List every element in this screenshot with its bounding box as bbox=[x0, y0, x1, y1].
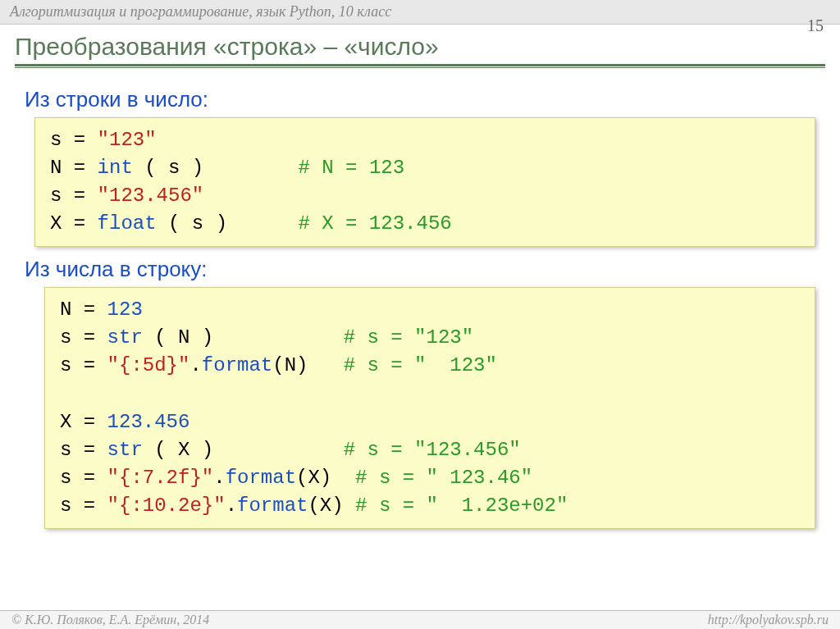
slide-title: Преобразования «строка» – «число» bbox=[15, 33, 825, 61]
code-text: . bbox=[213, 467, 225, 489]
code-func: float bbox=[98, 212, 157, 235]
code-text: ( N ) bbox=[143, 326, 344, 349]
code-func: int bbox=[98, 157, 133, 179]
code-text: ( X ) bbox=[143, 439, 344, 461]
header-bar: Алгоритмизация и программирование, язык … bbox=[0, 0, 840, 25]
code-comment: # X = 123.456 bbox=[298, 212, 451, 235]
code-text: ( s ) bbox=[133, 157, 299, 179]
code-comment: # s = "123.456" bbox=[344, 439, 521, 461]
code-text: . bbox=[226, 495, 237, 517]
code-text: (X) bbox=[308, 495, 355, 517]
code-comment: # s = "123" bbox=[344, 326, 473, 349]
code-text: s = bbox=[60, 326, 107, 349]
code-func: format bbox=[226, 467, 296, 489]
code-text: s = bbox=[50, 185, 98, 207]
title-area: Преобразования «строка» – «число» bbox=[0, 25, 840, 74]
footer-right: http://kpolyakov.spb.ru bbox=[708, 613, 829, 627]
code-func: str bbox=[107, 439, 143, 461]
code-comment: # N = 123 bbox=[298, 157, 404, 179]
code-text: s = bbox=[60, 354, 107, 376]
code-text: s = bbox=[60, 467, 107, 489]
page-number: 15 bbox=[807, 16, 824, 35]
code-string: "{:10.2e}" bbox=[107, 495, 226, 517]
code-text: N = bbox=[50, 157, 98, 179]
code-text: X = bbox=[60, 411, 107, 433]
code-comment: # s = " 123" bbox=[344, 354, 497, 376]
code-func: format bbox=[202, 354, 272, 376]
code-text: N = bbox=[60, 299, 107, 321]
code-number: 123.456 bbox=[107, 411, 190, 433]
code-box-1: s = "123" N = int ( s ) # N = 123 s = "1… bbox=[34, 117, 815, 247]
section-label-2: Из числа в строку: bbox=[25, 257, 815, 282]
code-text: (X) bbox=[296, 467, 355, 489]
code-string: "123" bbox=[98, 129, 157, 151]
footer: © К.Ю. Поляков, Е.А. Ерёмин, 2014 http:/… bbox=[0, 610, 840, 629]
section-label-1: Из строки в число: bbox=[25, 87, 815, 112]
code-box-2: N = 123 s = str ( N ) # s = "123" s = "{… bbox=[44, 287, 815, 529]
code-func: str bbox=[107, 326, 143, 349]
code-comment: # s = " 123.46" bbox=[355, 467, 532, 489]
code-text: s = bbox=[60, 495, 107, 517]
title-underline bbox=[15, 64, 825, 69]
code-text: s = bbox=[60, 439, 107, 461]
code-string: "123.456" bbox=[98, 185, 204, 207]
code-text: X = bbox=[50, 212, 98, 235]
code-number: 123 bbox=[107, 299, 143, 321]
code-text: . bbox=[189, 354, 201, 376]
code-text: (N) bbox=[272, 354, 343, 376]
content: Из строки в число: s = "123" N = int ( s… bbox=[0, 74, 840, 529]
header-text: Алгоритмизация и программирование, язык … bbox=[10, 3, 391, 20]
code-string: "{:7.2f}" bbox=[107, 467, 214, 489]
code-comment: # s = " 1.23e+02" bbox=[355, 495, 568, 517]
code-func: format bbox=[237, 495, 308, 517]
code-text: s = bbox=[50, 129, 98, 151]
footer-left: © К.Ю. Поляков, Е.А. Ерёмин, 2014 bbox=[11, 613, 209, 627]
code-text: ( s ) bbox=[157, 212, 299, 235]
code-string: "{:5d}" bbox=[107, 354, 190, 376]
